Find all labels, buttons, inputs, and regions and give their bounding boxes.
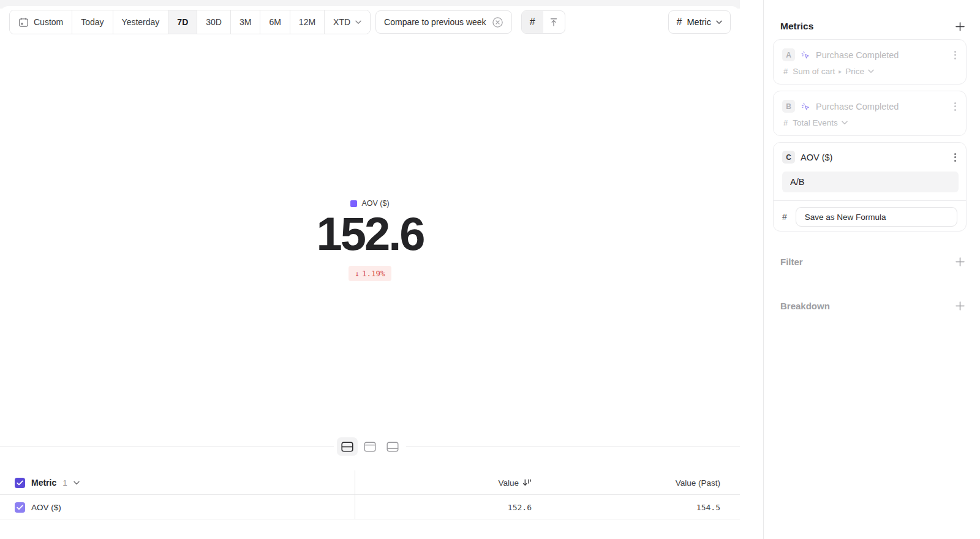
query-builder-sidebar: Metrics A Purchase Completed # [763, 0, 980, 539]
save-as-new-formula-button[interactable]: Save as New Formula [796, 207, 957, 227]
metric-letter-badge: C [782, 151, 795, 164]
date-range-7d[interactable]: 7D [168, 10, 197, 34]
formula-name[interactable]: AOV ($) [801, 153, 832, 162]
date-range-custom[interactable]: Custom [10, 10, 72, 34]
view-toggle-lift[interactable] [543, 11, 565, 33]
compare-chip[interactable]: Compare to previous week [375, 10, 512, 34]
table-row: AOV ($) 152.6 154.5 [0, 495, 740, 519]
metric-aggregation[interactable]: Total Events [793, 118, 848, 127]
chevron-down-icon [842, 121, 848, 125]
date-range-30d[interactable]: 30D [197, 10, 231, 34]
metric-card-a[interactable]: A Purchase Completed # Sum of cart ▸ Pri… [773, 39, 967, 85]
sort-descending-icon[interactable] [522, 478, 532, 487]
breakdown-section-header: Breakdown [780, 298, 965, 313]
change-badge: ↓ 1.19% [349, 266, 391, 281]
add-breakdown-button[interactable] [955, 301, 965, 311]
event-click-icon [801, 102, 810, 111]
add-filter-button[interactable] [955, 257, 965, 267]
view-toggle: # [521, 10, 565, 34]
date-range-3m[interactable]: 3M [231, 10, 260, 34]
chevron-down-icon [868, 69, 874, 74]
layout-split-icon [341, 442, 353, 452]
date-range-12m[interactable]: 12M [290, 10, 325, 34]
date-range-xtd[interactable]: XTD [325, 10, 370, 34]
metric-column-label: Metric [31, 478, 56, 488]
view-toggle-number[interactable]: # [522, 11, 543, 33]
metric-card-b[interactable]: B Purchase Completed # Total Events [773, 91, 967, 136]
metric-letter-badge: B [782, 100, 795, 113]
breakdown-section-title: Breakdown [780, 301, 830, 311]
metrics-section-header: Metrics [780, 19, 965, 34]
row-value: 152.6 [508, 503, 532, 512]
hash-icon: # [530, 17, 535, 27]
hash-icon: # [782, 213, 787, 221]
metric-dropdown-label: Metric [687, 17, 711, 27]
compare-chip-label: Compare to previous week [384, 17, 486, 27]
row-metric-label: AOV ($) [31, 503, 61, 512]
date-range-selector: Custom Today Yesterday 7D 30D 3M 6M 12M … [9, 10, 371, 34]
arrow-up-to-line-icon [549, 17, 559, 27]
value-past-column-header[interactable]: Value (Past) [676, 478, 720, 488]
kebab-menu-icon[interactable] [953, 152, 957, 163]
kebab-menu-icon[interactable] [953, 101, 957, 112]
big-number-value: 152.6 [0, 211, 740, 257]
table-header: Metric 1 Value Value (Past) [0, 470, 740, 495]
layout-toggle [334, 435, 406, 458]
date-range-today[interactable]: Today [72, 10, 113, 34]
metric-letter-badge: A [782, 48, 795, 61]
date-range-yesterday[interactable]: Yesterday [113, 10, 169, 34]
filter-section-header: Filter [780, 254, 965, 269]
metrics-section-title: Metrics [780, 21, 813, 32]
layout-panel-bottom-button[interactable] [382, 437, 403, 456]
filter-section-title: Filter [780, 257, 803, 267]
date-range-6m[interactable]: 6M [260, 10, 290, 34]
circle-x-icon[interactable] [492, 17, 503, 28]
calendar-icon [18, 17, 29, 28]
layout-panel-top-button[interactable] [360, 437, 380, 456]
hash-icon: # [677, 17, 682, 27]
metric-dropdown-button[interactable]: # Metric [668, 10, 731, 34]
layout-panel-top-icon [364, 442, 376, 452]
change-percent: 1.19% [362, 269, 385, 278]
legend-swatch [350, 200, 357, 207]
chart-legend: AOV ($) [0, 199, 740, 208]
metric-column-count: 1 [62, 478, 67, 488]
analytics-report-screen: Custom Today Yesterday 7D 30D 3M 6M 12M … [0, 0, 980, 539]
add-metric-button[interactable] [955, 21, 965, 32]
chevron-down-icon [355, 20, 361, 24]
hash-icon: # [783, 67, 788, 75]
chevron-down-icon[interactable] [74, 481, 80, 485]
metric-event-name[interactable]: Purchase Completed [816, 102, 899, 111]
row-checkbox[interactable] [15, 502, 25, 513]
metric-aggregation[interactable]: Sum of cart ▸ Price [793, 67, 874, 76]
select-all-checkbox[interactable] [15, 478, 25, 488]
arrow-down-icon: ↓ [355, 269, 360, 278]
layout-panel-bottom-icon [386, 442, 399, 452]
date-range-label: Custom [34, 17, 63, 27]
formula-input[interactable] [782, 172, 959, 192]
row-value-past: 154.5 [696, 503, 720, 512]
main-panel: Custom Today Yesterday 7D 30D 3M 6M 12M … [0, 6, 740, 539]
change-badge-row: ↓ 1.19% [0, 266, 740, 281]
kebab-menu-icon[interactable] [953, 50, 957, 61]
chevron-down-icon [716, 20, 722, 24]
table-column-divider [355, 470, 355, 519]
value-column-header[interactable]: Value [498, 478, 519, 488]
caret-right-icon: ▸ [839, 68, 842, 75]
metric-card-c[interactable]: C AOV ($) # Save as New Formula [773, 142, 967, 232]
legend-label: AOV ($) [361, 199, 389, 208]
metric-event-name[interactable]: Purchase Completed [816, 50, 899, 60]
hash-icon: # [783, 119, 788, 127]
event-click-icon [801, 50, 810, 60]
layout-split-button[interactable] [337, 437, 358, 456]
toolbar: Custom Today Yesterday 7D 30D 3M 6M 12M … [9, 10, 731, 34]
